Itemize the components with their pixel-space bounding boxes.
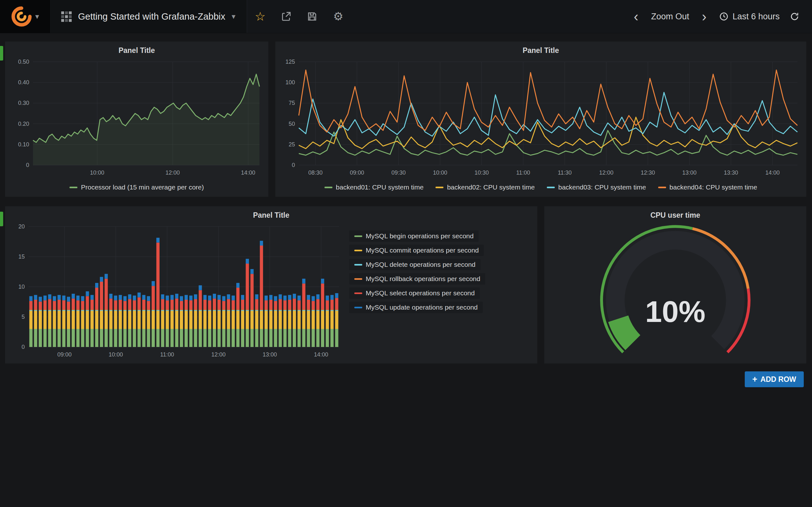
add-row-button[interactable]: + ADD ROW (745, 372, 804, 387)
svg-text:11:00: 11:00 (516, 170, 530, 176)
grafana-menu-button[interactable]: ▾ (0, 0, 49, 33)
chevron-left-icon: ‹ (631, 9, 641, 24)
panel-title[interactable]: Panel Title (8, 43, 265, 57)
svg-text:12:00: 12:00 (599, 170, 613, 176)
svg-text:0.40: 0.40 (18, 79, 29, 86)
save-icon (307, 11, 317, 22)
panel-title[interactable]: CPU user time (548, 208, 803, 222)
zoom-out-label: Zoom Out (651, 12, 689, 21)
legend-label: MySQL update operations per second (366, 303, 478, 311)
panel-processor-load: Panel Title 10:0012:0014:0000.100.200.30… (5, 42, 268, 197)
zoom-out-button[interactable]: Zoom Out (646, 0, 694, 33)
svg-text:13:00: 13:00 (682, 170, 697, 176)
legend-color-marker (354, 278, 362, 280)
legend: MySQL begin operations per secondMySQL c… (345, 222, 534, 361)
legend: Processor load (15 min average per core) (8, 180, 265, 195)
svg-text:100: 100 (286, 79, 295, 86)
legend-color-marker (354, 307, 362, 308)
svg-text:12:30: 12:30 (641, 170, 655, 176)
legend-label: backend01: CPU system time (336, 183, 424, 191)
svg-text:09:30: 09:30 (392, 170, 406, 176)
caret-down-icon: ▾ (35, 13, 39, 20)
legend-item[interactable]: backend02: CPU system time (436, 183, 535, 191)
svg-text:13:00: 13:00 (263, 351, 277, 358)
panel-mysql-operations: Panel Title 09:0010:0011:0012:0013:0014:… (5, 206, 537, 363)
svg-text:14:00: 14:00 (765, 170, 780, 176)
share-button[interactable] (273, 0, 299, 33)
row-handle[interactable] (0, 46, 3, 60)
legend-item[interactable]: MySQL delete operations per second (349, 259, 480, 270)
legend-item[interactable]: backend03: CPU system time (547, 183, 646, 191)
time-shift-back-button[interactable]: ‹ (626, 0, 646, 33)
legend-label: MySQL begin operations per second (366, 232, 473, 240)
legend-color-marker (354, 250, 362, 251)
caret-down-icon: ▾ (232, 13, 235, 20)
panel-title[interactable]: Panel Title (8, 208, 534, 222)
dashboard-picker[interactable]: Getting Started with Grafana-Zabbix ▾ (49, 0, 247, 33)
legend-color-marker (324, 187, 333, 188)
cpu-user-time-gauge[interactable]: 10% (548, 222, 803, 361)
legend-item[interactable]: MySQL commit operations per second (349, 245, 484, 256)
svg-text:5: 5 (21, 314, 25, 320)
processor-load-line-chart[interactable]: 10:0012:0014:0000.100.200.300.400.50 (8, 57, 265, 180)
clock-icon (719, 12, 728, 21)
save-button[interactable] (299, 0, 325, 33)
chevron-right-icon: › (699, 9, 709, 24)
legend-color-marker (69, 187, 78, 188)
panel-title[interactable]: Panel Title (278, 43, 803, 57)
svg-text:0.20: 0.20 (18, 121, 29, 127)
legend-item[interactable]: MySQL rollback operations per second (349, 273, 485, 285)
gear-icon: ⚙ (333, 10, 343, 23)
legend-item[interactable]: backend01: CPU system time (324, 183, 424, 191)
star-icon: ☆ (255, 9, 265, 23)
legend-label: Processor load (15 min average per core) (81, 183, 204, 191)
time-shift-forward-button[interactable]: › (694, 0, 714, 33)
legend-label: MySQL delete operations per second (366, 261, 475, 268)
svg-text:10: 10 (18, 284, 25, 290)
svg-text:14:00: 14:00 (314, 351, 328, 358)
legend-color-marker (436, 187, 444, 188)
star-button[interactable]: ☆ (247, 0, 273, 33)
panel-body: 09:0010:0011:0012:0013:0014:0005101520 M… (8, 222, 534, 361)
svg-text:10:00: 10:00 (109, 351, 123, 358)
svg-text:09:00: 09:00 (350, 170, 364, 176)
svg-text:75: 75 (289, 100, 295, 106)
legend-item[interactable]: Processor load (15 min average per core) (69, 183, 204, 191)
time-range-picker[interactable]: Last 6 hours (714, 0, 785, 33)
plus-icon: + (752, 375, 757, 384)
add-row-label: ADD ROW (761, 375, 796, 384)
navbar: ▾ Getting Started with Grafana-Zabbix ▾ … (0, 0, 812, 33)
cpu-system-time-line-chart[interactable]: 08:3009:0009:3010:0010:3011:0011:3012:00… (278, 57, 803, 180)
legend-color-marker (658, 187, 666, 188)
svg-text:12:00: 12:00 (165, 170, 180, 176)
legend-item[interactable]: backend04: CPU system time (658, 183, 757, 191)
svg-text:11:30: 11:30 (558, 170, 572, 176)
row-handle[interactable] (0, 212, 3, 226)
dashboard-title: Getting Started with Grafana-Zabbix (78, 11, 225, 22)
mysql-operations-bar-chart[interactable]: 09:0010:0011:0012:0013:0014:0005101520 (8, 222, 345, 361)
legend-color-marker (354, 235, 362, 237)
svg-text:10%: 10% (645, 295, 705, 328)
legend-label: MySQL rollback operations per second (366, 275, 480, 283)
legend-label: MySQL commit operations per second (366, 246, 478, 254)
navbar-spacer (351, 0, 626, 33)
svg-text:10:30: 10:30 (474, 170, 489, 176)
svg-text:14:00: 14:00 (241, 170, 255, 176)
legend-color-marker (547, 187, 555, 188)
legend-color-marker (354, 264, 362, 266)
legend-item[interactable]: MySQL update operations per second (349, 302, 483, 313)
svg-text:09:00: 09:00 (57, 351, 72, 358)
refresh-button[interactable] (785, 0, 804, 33)
grafana-logo-icon (10, 5, 33, 27)
svg-text:0: 0 (26, 162, 29, 168)
svg-text:13:30: 13:30 (724, 170, 738, 176)
time-controls: ‹ Zoom Out › Last 6 hours (626, 0, 812, 33)
svg-text:0.10: 0.10 (18, 141, 29, 148)
svg-text:0: 0 (292, 162, 295, 168)
legend-item[interactable]: MySQL select operations per second (349, 287, 480, 299)
svg-text:0: 0 (21, 344, 25, 350)
legend-item[interactable]: MySQL begin operations per second (349, 230, 478, 242)
svg-text:12:00: 12:00 (211, 351, 225, 358)
legend-label: backend03: CPU system time (558, 183, 646, 191)
settings-button[interactable]: ⚙ (325, 0, 351, 33)
